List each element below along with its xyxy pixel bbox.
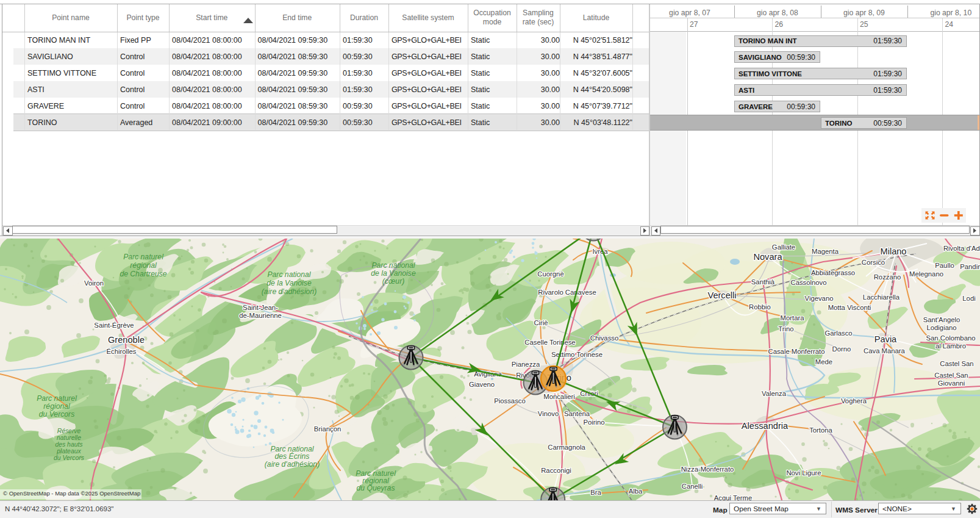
svg-text:Rozzano: Rozzano (874, 273, 901, 281)
svg-text:al Lambro: al Lambro (935, 342, 966, 350)
svg-text:Parc naturel: Parc naturel (123, 253, 163, 261)
svg-text:Giovanni: Giovanni (938, 380, 965, 387)
svg-text:régional: régional (43, 402, 70, 411)
svg-text:Carmagnola: Carmagnola (548, 444, 585, 451)
svg-text:Briançon: Briançon (314, 425, 342, 433)
svg-text:Moncalieri: Moncalieri (543, 393, 574, 400)
svg-text:Saint-Égrève: Saint-Égrève (94, 322, 134, 329)
svg-text:du Vercors: du Vercors (54, 455, 84, 461)
svg-text:Alessandria: Alessandria (742, 421, 789, 431)
svg-text:Voiron: Voiron (84, 279, 104, 287)
svg-text:Saint-Jean-: Saint-Jean- (243, 304, 278, 311)
svg-text:des hauts: des hauts (55, 441, 82, 448)
svg-text:Lodi: Lodi (962, 295, 975, 302)
svg-text:Abbiategrasso: Abbiategrasso (811, 269, 855, 276)
svg-text:Tortona: Tortona (809, 426, 832, 434)
svg-text:Acqui Terme: Acqui Terme (714, 494, 753, 500)
svg-text:Parc national: Parc national (371, 261, 415, 270)
svg-text:Valenza: Valenza (762, 390, 787, 397)
svg-text:Vinovo: Vinovo (538, 410, 559, 417)
svg-text:Milano: Milano (881, 246, 907, 256)
svg-text:Castel San: Castel San (934, 372, 968, 379)
svg-text:Rivarolo Canavese: Rivarolo Canavese (538, 289, 596, 296)
svg-text:Giaveno: Giaveno (469, 381, 495, 388)
svg-text:régional: régional (130, 261, 157, 270)
svg-text:Pandino: Pandino (960, 263, 980, 270)
svg-text:Canelli: Canelli (682, 483, 703, 490)
svg-text:Garlasco: Garlasco (824, 329, 852, 337)
svg-text:Santena: Santena (564, 410, 590, 417)
svg-text:Caselle Torinese: Caselle Torinese (524, 339, 575, 346)
svg-text:naturelle: naturelle (57, 434, 81, 441)
svg-text:Lacchiarella: Lacchiarella (863, 293, 900, 301)
svg-text:Poirino: Poirino (583, 419, 604, 426)
svg-text:Réserve: Réserve (57, 428, 81, 434)
svg-text:de la Vanoise: de la Vanoise (266, 279, 312, 287)
svg-text:Trino: Trino (778, 325, 793, 333)
svg-text:Échirolles: Échirolles (107, 348, 137, 355)
svg-text:Robbio: Robbio (749, 303, 771, 311)
svg-text:plateaux: plateaux (56, 448, 81, 455)
svg-text:Castel San: Castel San (940, 360, 973, 367)
svg-text:de-Maurienne: de-Maurienne (239, 312, 282, 319)
svg-text:du Queyras: du Queyras (356, 484, 395, 492)
svg-text:Novi Ligure: Novi Ligure (786, 469, 821, 477)
svg-text:Chivasso: Chivasso (590, 334, 618, 342)
svg-text:Vercelli: Vercelli (707, 290, 736, 300)
svg-text:Paullo: Paullo (935, 262, 954, 269)
svg-text:Novara: Novara (753, 252, 782, 262)
svg-text:Lodigiano: Lodigiano (927, 324, 957, 331)
svg-text:Cuorgnè: Cuorgnè (537, 270, 563, 278)
svg-text:Piossasco: Piossasco (494, 397, 526, 405)
svg-text:du Vercors: du Vercors (39, 410, 74, 419)
svg-text:Melegnano: Melegnano (909, 270, 943, 278)
svg-text:(aire d'adhésion): (aire d'adhésion) (262, 287, 317, 296)
svg-text:Pianezza: Pianezza (512, 361, 540, 368)
svg-text:Mede: Mede (815, 358, 832, 365)
svg-text:Voghera: Voghera (841, 397, 867, 405)
svg-text:Dorno: Dorno (832, 345, 851, 353)
svg-text:Magenta: Magenta (812, 248, 839, 255)
svg-text:Ciriè: Ciriè (534, 319, 548, 326)
svg-text:Motta Visconti: Motta Visconti (828, 304, 871, 311)
svg-text:des Écrins: des Écrins (275, 451, 310, 461)
svg-text:Galliate: Galliate (772, 243, 795, 251)
svg-text:Cassolnovo: Cassolnovo (790, 279, 826, 286)
svg-text:Santhià: Santhià (751, 278, 775, 286)
svg-text:Corsico: Corsico (862, 259, 885, 266)
svg-text:(cœur): (cœur) (382, 277, 405, 286)
svg-text:Parc naturel: Parc naturel (37, 394, 77, 403)
svg-text:Grenoble: Grenoble (108, 335, 145, 345)
svg-text:Bra: Bra (590, 489, 601, 496)
svg-text:Sant'Angelo: Sant'Angelo (923, 316, 960, 323)
svg-text:Ivrea: Ivrea (592, 248, 608, 255)
svg-text:Mortara: Mortara (781, 314, 805, 322)
svg-text:de la Vanoise: de la Vanoise (371, 269, 416, 278)
svg-text:San Colombano: San Colombano (926, 334, 975, 342)
svg-text:Pavia: Pavia (874, 334, 897, 344)
svg-text:Nizza-Monferrato: Nizza-Monferrato (681, 466, 734, 473)
svg-text:Vigevano: Vigevano (805, 295, 834, 302)
svg-text:(aire d'adhésion): (aire d'adhésion) (265, 460, 320, 469)
svg-text:Rivolta d'Add: Rivolta d'Add (943, 245, 980, 252)
svg-text:Racconigi: Racconigi (541, 467, 571, 474)
svg-text:Casale Monferrato: Casale Monferrato (768, 348, 825, 355)
svg-text:Alba: Alba (629, 487, 643, 495)
svg-text:de Chartreuse: de Chartreuse (120, 270, 166, 278)
svg-text:Cava Manara: Cava Manara (864, 347, 906, 354)
svg-text:Parc national: Parc national (267, 270, 310, 279)
